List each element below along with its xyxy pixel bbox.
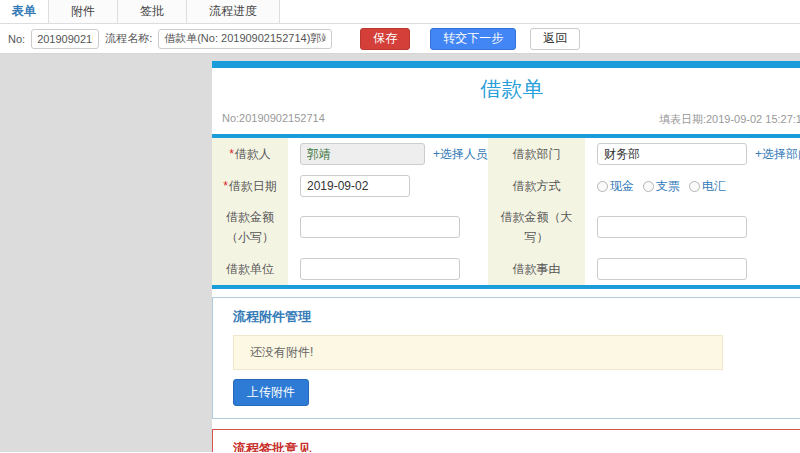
radio-circle-icon[interactable] — [597, 181, 608, 192]
borrow-reason-label: 借款事由 — [488, 253, 585, 285]
method-cheque-radio[interactable]: 支票 — [643, 178, 680, 195]
no-attachments-alert: 还没有附件! — [233, 335, 723, 370]
borrow-reason-cell — [585, 253, 800, 285]
borrower-cell: +选择人员 — [288, 138, 488, 170]
department-label: 借款部门 — [488, 138, 585, 170]
method-cheque-label: 支票 — [656, 178, 680, 195]
back-button[interactable]: 返回 — [530, 28, 580, 50]
department-input[interactable] — [597, 143, 747, 165]
tab-form[interactable]: 表单 — [0, 0, 49, 23]
form-meta-row: No:20190902152714 填表日期:2019-09-02 15:27:… — [212, 106, 800, 134]
forward-next-step-button[interactable]: 转交下一步 — [430, 28, 516, 50]
borrow-method-label: 借款方式 — [488, 170, 585, 202]
borrow-date-label: *借款日期 — [212, 170, 288, 202]
amount-lower-label: 借款金额（小写） — [212, 202, 288, 253]
borrow-reason-input[interactable] — [597, 258, 747, 280]
form-title: 借款单 — [212, 68, 800, 106]
flow-name-input[interactable] — [158, 29, 332, 49]
method-cash-radio[interactable]: 现金 — [597, 178, 634, 195]
amount-upper-cell — [585, 202, 800, 253]
form-page: 借款单 No:20190902152714 填表日期:2019-09-02 15… — [212, 61, 800, 452]
amount-lower-cell — [288, 202, 488, 253]
form-date-text: 填表日期:2019-09-02 15:27:1 — [659, 112, 800, 127]
amount-upper-input[interactable] — [597, 216, 747, 238]
form-fields: *借款人 +选择人员 借款部门 +选择部门 *借款日期 借款方式 — [212, 138, 800, 285]
borrow-unit-input[interactable] — [300, 258, 460, 280]
tab-bar: 表单 附件 签批 流程进度 — [0, 0, 800, 24]
attachments-title: 流程附件管理 — [233, 308, 791, 326]
radio-circle-icon[interactable] — [643, 181, 654, 192]
borrow-unit-label: 借款单位 — [212, 253, 288, 285]
borrow-method-radio-group: 现金 支票 电汇 — [597, 178, 726, 195]
no-input[interactable] — [31, 29, 99, 49]
no-label: No: — [8, 33, 25, 45]
amount-upper-label: 借款金额（大写） — [488, 202, 585, 253]
bottom-accent-bar — [212, 285, 800, 289]
amount-lower-input[interactable] — [300, 216, 460, 238]
radio-circle-icon[interactable] — [689, 181, 700, 192]
save-button[interactable]: 保存 — [360, 28, 410, 50]
workspace-background: 借款单 No:20190902152714 填表日期:2019-09-02 15… — [0, 54, 800, 452]
borrow-method-cell: 现金 支票 电汇 — [585, 170, 800, 202]
borrower-input[interactable] — [300, 143, 425, 165]
department-cell: +选择部门 — [585, 138, 800, 170]
method-wire-label: 电汇 — [702, 178, 726, 195]
flow-name-label: 流程名称: — [105, 31, 152, 46]
borrow-unit-cell — [288, 253, 488, 285]
attachments-panel: 流程附件管理 还没有附件! 上传附件 — [212, 297, 800, 419]
select-department-link[interactable]: +选择部门 — [755, 146, 800, 163]
tab-progress[interactable]: 流程进度 — [187, 0, 280, 23]
borrow-date-input[interactable] — [300, 175, 410, 197]
form-no-text: No:20190902152714 — [222, 112, 325, 127]
required-mark: * — [223, 179, 228, 193]
required-mark: * — [229, 147, 234, 161]
tab-approval[interactable]: 签批 — [118, 0, 187, 23]
toolbar: No: 流程名称: 保存 转交下一步 返回 — [0, 24, 800, 54]
approval-title: 流程签批意见 — [233, 440, 791, 452]
borrow-date-cell — [288, 170, 488, 202]
method-cash-label: 现金 — [610, 178, 634, 195]
upload-attachment-button[interactable]: 上传附件 — [233, 379, 309, 406]
select-person-link[interactable]: +选择人员 — [433, 146, 488, 163]
top-accent-bar — [212, 61, 800, 68]
borrower-label: *借款人 — [212, 138, 288, 170]
approval-panel: 流程签批意见 B I abc A✗ ⚑ — [212, 429, 800, 452]
tab-attachment[interactable]: 附件 — [49, 0, 118, 23]
method-wire-radio[interactable]: 电汇 — [689, 178, 726, 195]
